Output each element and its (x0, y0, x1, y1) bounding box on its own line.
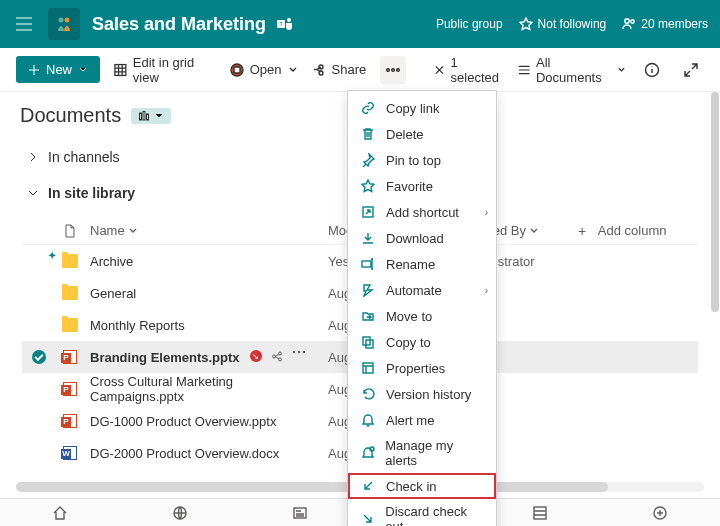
menu-item-alert[interactable]: Alert me (348, 407, 496, 433)
checkout-indicator-icon: ↘ (250, 350, 262, 362)
file-name[interactable]: Monthly Reports (90, 318, 185, 333)
file-name[interactable]: DG-1000 Product Overview.pptx (90, 414, 276, 429)
more-actions-button[interactable] (380, 56, 406, 84)
download-icon (360, 230, 376, 246)
svg-point-12 (397, 68, 400, 71)
menu-item-label: Alert me (386, 413, 434, 428)
selected-count[interactable]: 1 selected (434, 55, 504, 85)
menu-item-checkin[interactable]: Check in (348, 473, 496, 499)
version-icon (360, 386, 376, 402)
svg-rect-14 (140, 113, 142, 120)
folder-icon (56, 286, 84, 300)
command-bar: New Edit in grid view Open Share 1 selec… (0, 48, 720, 92)
menu-item-download[interactable]: Download (348, 225, 496, 251)
discard-icon (360, 511, 375, 526)
members-button[interactable]: 20 members (622, 17, 708, 31)
shortcut-icon (360, 204, 376, 220)
filetype-column-icon[interactable] (56, 224, 84, 238)
menu-item-copyto[interactable]: Copy to (348, 329, 496, 355)
file-name[interactable]: DG-2000 Product Overview.docx (90, 446, 279, 461)
menu-item-shortcut[interactable]: Add shortcut› (348, 199, 496, 225)
context-menu: Copy linkDeletePin to topFavoriteAdd sho… (347, 90, 497, 526)
menu-item-automate[interactable]: Automate› (348, 277, 496, 303)
view-chip[interactable] (131, 108, 171, 124)
menu-item-link[interactable]: Copy link (348, 95, 496, 121)
new-indicator-icon: ✦ (48, 250, 56, 261)
row-more-icon[interactable] (292, 350, 306, 364)
file-name[interactable]: Branding Elements.pptx (90, 350, 240, 365)
menu-item-pin[interactable]: Pin to top (348, 147, 496, 173)
menu-item-label: Check in (386, 479, 437, 494)
expand-button[interactable] (679, 56, 704, 84)
svg-point-6 (631, 20, 634, 23)
svg-rect-7 (115, 64, 126, 75)
menu-item-trash[interactable]: Delete (348, 121, 496, 147)
menu-item-star[interactable]: Favorite (348, 173, 496, 199)
pin-icon (360, 152, 376, 168)
menu-item-label: Delete (386, 127, 424, 142)
info-button[interactable] (640, 56, 665, 84)
svg-rect-24 (362, 261, 371, 267)
svg-rect-15 (143, 111, 145, 120)
menu-item-moveto[interactable]: Move to (348, 303, 496, 329)
page-title: Documents (20, 104, 121, 127)
site-logo[interactable] (48, 8, 80, 40)
submenu-chevron-icon: › (485, 207, 488, 218)
menu-item-properties[interactable]: Properties (348, 355, 496, 381)
row-share-icon[interactable] (270, 350, 284, 364)
menu-item-label: Manage my alerts (385, 438, 484, 468)
add-column-button[interactable]: + Add column (578, 223, 698, 238)
news-icon[interactable] (286, 499, 314, 527)
teams-icon[interactable]: T (276, 15, 294, 33)
group-type-label: Public group (436, 17, 503, 31)
view-switcher[interactable]: All Documents (518, 55, 626, 85)
menu-item-label: Discard check out (385, 504, 484, 526)
automate-icon (360, 282, 376, 298)
menu-item-version[interactable]: Version history (348, 381, 496, 407)
managealerts-icon (360, 445, 375, 461)
menu-item-label: Favorite (386, 179, 433, 194)
folder-icon (56, 318, 84, 332)
svg-point-21 (297, 351, 299, 353)
ppt-icon (56, 382, 84, 396)
ppt-icon (56, 414, 84, 428)
add-icon[interactable] (646, 499, 674, 527)
rename-icon (360, 256, 376, 272)
globe-icon[interactable] (166, 499, 194, 527)
menu-item-managealerts[interactable]: Manage my alerts (348, 433, 496, 473)
new-button[interactable]: New (16, 56, 100, 83)
svg-point-1 (65, 18, 70, 23)
file-name[interactable]: Archive (90, 254, 133, 269)
svg-point-5 (625, 19, 629, 23)
svg-text:T: T (279, 21, 283, 27)
trash-icon (360, 126, 376, 142)
site-title[interactable]: Sales and Marketing (92, 14, 266, 35)
star-icon (360, 178, 376, 194)
ppt-icon (56, 350, 84, 364)
folder-icon: ✦ (56, 254, 84, 268)
vertical-scrollbar[interactable] (711, 92, 719, 312)
svg-point-22 (302, 351, 304, 353)
file-name[interactable]: General (90, 286, 136, 301)
menu-item-label: Automate (386, 283, 442, 298)
name-column-header[interactable]: Name (84, 223, 328, 238)
svg-point-18 (278, 358, 281, 361)
menu-item-rename[interactable]: Rename (348, 251, 496, 277)
svg-point-11 (392, 68, 395, 71)
follow-button[interactable]: Not following (519, 17, 607, 31)
properties-icon (360, 360, 376, 376)
file-name[interactable]: Cross Cultural Marketing Campaigns.pptx (90, 374, 328, 404)
home-icon[interactable] (46, 499, 74, 527)
row-selected-icon[interactable] (32, 350, 46, 364)
svg-point-10 (387, 68, 390, 71)
menu-item-label: Copy to (386, 335, 431, 350)
menu-item-discard[interactable]: Discard check out (348, 499, 496, 526)
svg-point-19 (272, 355, 275, 358)
link-icon (360, 100, 376, 116)
open-button[interactable]: Open (230, 62, 298, 77)
share-button[interactable]: Share (312, 62, 367, 77)
edit-grid-button[interactable]: Edit in grid view (114, 55, 216, 85)
list-icon[interactable] (526, 499, 554, 527)
waffle-menu-icon[interactable] (12, 12, 36, 36)
submenu-chevron-icon: › (485, 285, 488, 296)
